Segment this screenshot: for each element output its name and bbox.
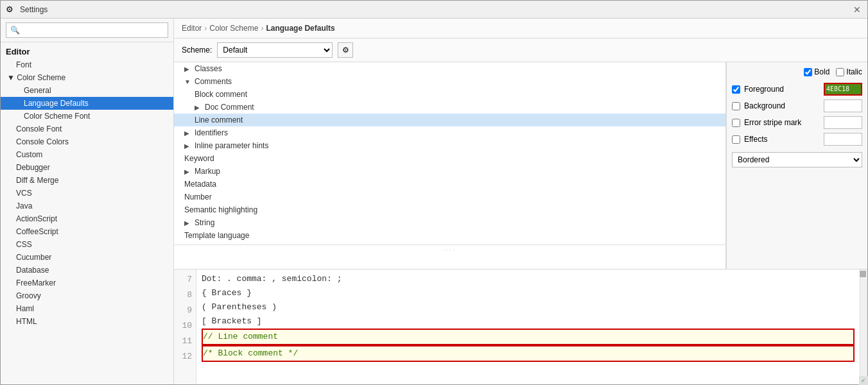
line-num-10: 10 (174, 318, 196, 334)
effects-label: Effects (744, 135, 767, 144)
sidebar-item-console-colors[interactable]: Console Colors (1, 135, 173, 148)
sidebar-item-color-scheme-font[interactable]: Color Scheme Font (1, 110, 173, 123)
error-stripe-checkbox[interactable] (732, 119, 740, 127)
scheme-tree-block-comment[interactable]: Block comment (174, 88, 725, 101)
scheme-tree-panel: ▶ Classes ▼ Comments Block comment ▶ Doc… (174, 62, 726, 269)
resize-handle: · · · (174, 244, 725, 255)
number-label: Number (184, 193, 212, 201)
app-icon: ⚙ (6, 4, 16, 15)
preview-gutter: 7 8 9 10 11 12 (174, 270, 196, 384)
scheme-tree-number[interactable]: Number (174, 191, 725, 203)
preview-expand-button[interactable]: ✓ (859, 376, 867, 384)
inline-hints-arrow: ▶ (184, 142, 191, 150)
preview-area: 7 8 9 10 11 12 Dot: . comma: , semicolon… (174, 269, 867, 384)
scheme-tree-semantic-highlighting[interactable]: Semantic highlighting (174, 203, 725, 216)
sidebar-item-freemarker[interactable]: FreeMarker (1, 277, 173, 289)
line-num-11: 11 (174, 334, 196, 349)
search-input[interactable] (6, 22, 168, 38)
sidebar-item-haml[interactable]: Haml (1, 302, 173, 315)
background-label: Background (744, 101, 785, 110)
sidebar-item-diff-merge[interactable]: Diff & Merge (1, 174, 173, 187)
preview-line-11: // Line comment (202, 329, 855, 345)
line-num-9: 9 (174, 303, 196, 318)
foreground-color-button[interactable]: 4E8C18 (824, 83, 862, 96)
sidebar-item-actionscript[interactable]: ActionScript (1, 212, 173, 225)
sidebar-item-custom[interactable]: Custom (1, 148, 173, 161)
window-title: Settings (20, 5, 852, 14)
italic-checkbox[interactable] (836, 68, 844, 76)
identifiers-arrow: ▶ (184, 130, 191, 137)
comments-label: Comments (195, 77, 232, 86)
preview-line-10: [ Brackets ] (202, 314, 855, 329)
scheme-tree-classes[interactable]: ▶ Classes (174, 62, 725, 75)
main-panel: Editor › Color Scheme › Language Default… (174, 19, 867, 384)
scheme-tree-comments[interactable]: ▼ Comments (174, 75, 725, 88)
scheme-tree-metadata[interactable]: Metadata (174, 178, 725, 191)
sidebar-item-vcs[interactable]: VCS (1, 187, 173, 200)
scheme-label: Scheme: (182, 46, 212, 55)
preview-line-12: /* Block comment */ (202, 345, 855, 362)
title-bar: ⚙ Settings ✕ (1, 1, 867, 19)
scheme-tree-identifiers[interactable]: ▶ Identifiers (174, 126, 725, 139)
bold-label[interactable]: Bold (804, 67, 829, 76)
scroll-thumb[interactable] (860, 271, 866, 277)
scheme-tree-keyword[interactable]: Keyword (174, 152, 725, 165)
effects-type-select[interactable]: Bordered Underscored Bold Underscored Un… (732, 152, 862, 167)
scheme-tree-line-comment[interactable]: Line comment (174, 114, 725, 126)
preview-line-7: Dot: . comma: , semicolon: ; (202, 272, 855, 286)
scheme-tree-string[interactable]: ▶ String (174, 216, 725, 229)
bold-italic-row: Bold Italic (732, 67, 862, 76)
template-language-label: Template language (184, 231, 249, 240)
doc-comment-arrow: ▶ (195, 104, 201, 111)
sidebar-item-html[interactable]: HTML (1, 315, 173, 328)
scheme-tree-inline-hints[interactable]: ▶ Inline parameter hints (174, 139, 725, 152)
close-button[interactable]: ✕ (852, 4, 862, 15)
keyword-label: Keyword (184, 154, 214, 163)
sidebar-item-console-font[interactable]: Console Font (1, 123, 173, 135)
sidebar-item-cucumber[interactable]: Cucumber (1, 251, 173, 264)
error-stripe-color-button[interactable] (824, 116, 862, 129)
sidebar-item-coffeescript[interactable]: CoffeeScript (1, 225, 173, 238)
classes-arrow: ▶ (184, 65, 191, 73)
preview-code: Dot: . comma: , semicolon: ; { Braces } … (196, 270, 860, 384)
effects-color-button[interactable] (824, 133, 862, 146)
breadcrumb-sep2: › (261, 24, 263, 33)
semantic-highlighting-label: Semantic highlighting (184, 205, 257, 214)
scheme-tree-markup[interactable]: ▶ Markup (174, 165, 725, 178)
sidebar-item-general[interactable]: General (1, 84, 173, 97)
foreground-row: Foreground 4E8C18 (732, 83, 862, 96)
sidebar-item-debugger[interactable]: Debugger (1, 161, 173, 174)
sidebar-item-color-scheme[interactable]: ▼ Color Scheme (1, 71, 173, 84)
line-num-12: 12 (174, 349, 196, 364)
sidebar-item-groovy[interactable]: Groovy (1, 289, 173, 302)
foreground-checkbox[interactable] (732, 85, 740, 94)
scheme-tree-doc-comment[interactable]: ▶ Doc Comment (174, 101, 725, 114)
split-panel: ▶ Classes ▼ Comments Block comment ▶ Doc… (174, 62, 867, 269)
line-comment-label: Line comment (195, 116, 243, 124)
sidebar-item-css[interactable]: CSS (1, 238, 173, 251)
comments-arrow: ▼ (184, 78, 191, 85)
sidebar-item-editor: Editor (1, 45, 173, 58)
background-color-button[interactable] (824, 99, 862, 112)
preview-line-8: { Braces } (202, 286, 855, 300)
preview-scrollbar[interactable] (860, 270, 867, 384)
italic-label[interactable]: Italic (836, 67, 862, 76)
background-checkbox[interactable] (732, 102, 740, 110)
effects-checkbox[interactable] (732, 135, 740, 144)
scheme-gear-button[interactable]: ⚙ (338, 42, 353, 58)
string-label: String (195, 218, 214, 227)
line-num-8: 8 (174, 287, 196, 303)
line-num-7: 7 (174, 272, 196, 287)
error-stripe-label: Error stripe mark (744, 118, 801, 127)
scheme-tree-template-language[interactable]: Template language (174, 229, 725, 242)
sidebar-item-database[interactable]: Database (1, 264, 173, 277)
classes-label: Classes (195, 64, 222, 73)
scheme-select[interactable]: Default Darcula High contrast (217, 42, 333, 58)
bold-checkbox[interactable] (804, 68, 812, 76)
effects-row: Effects (732, 133, 862, 146)
sidebar-item-java[interactable]: Java (1, 200, 173, 212)
sidebar-item-font[interactable]: Font (1, 58, 173, 71)
sidebar: Editor Font ▼ Color Scheme General Langu… (1, 19, 174, 384)
properties-panel: Bold Italic Foreground 4E8C18 (726, 62, 867, 269)
sidebar-item-language-defaults[interactable]: Language Defaults (1, 97, 173, 110)
